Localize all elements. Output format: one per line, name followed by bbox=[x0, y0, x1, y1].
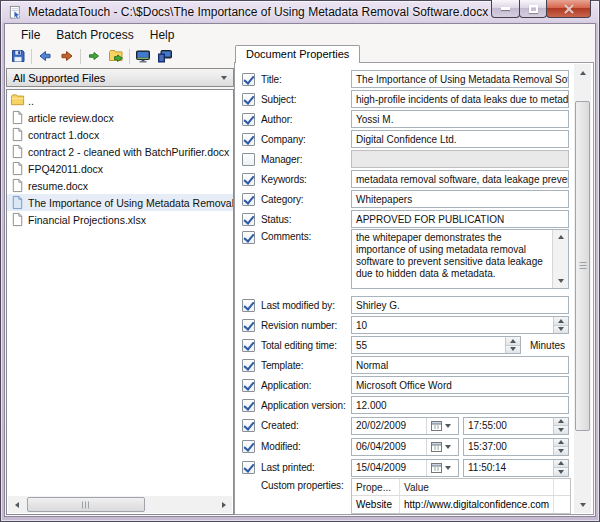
spinner[interactable] bbox=[553, 460, 568, 476]
created-date-picker[interactable]: 20/02/2009 bbox=[351, 417, 459, 435]
company-input[interactable]: Digital Confidence Ltd. bbox=[351, 130, 569, 148]
file-name: resume.docx bbox=[28, 180, 88, 192]
author-input[interactable]: Yossi M. bbox=[351, 110, 569, 128]
property-column-header[interactable]: Prope... bbox=[352, 479, 400, 495]
minimize-button[interactable] bbox=[491, 0, 520, 18]
keywords-checkbox[interactable] bbox=[242, 173, 255, 186]
template-checkbox[interactable] bbox=[242, 359, 255, 372]
modified-checkbox[interactable] bbox=[242, 440, 255, 453]
spinner[interactable] bbox=[505, 337, 520, 353]
status-checkbox[interactable] bbox=[242, 213, 255, 226]
scroll-down-icon[interactable] bbox=[553, 274, 568, 288]
last-modified-by-input[interactable]: Shirley G. bbox=[351, 296, 569, 314]
scroll-down-button[interactable] bbox=[574, 496, 591, 513]
last-printed-date-picker[interactable]: 15/04/2009 bbox=[351, 459, 459, 477]
subject-input[interactable]: high-profile incidents of data leaks due… bbox=[351, 90, 569, 108]
spin-down-icon bbox=[554, 425, 568, 434]
list-item[interactable]: .. bbox=[7, 92, 233, 109]
scroll-up-icon[interactable] bbox=[553, 230, 568, 244]
file-browser-panel: All Supported Files .. article review.do… bbox=[6, 68, 234, 515]
process-file-button[interactable] bbox=[83, 46, 105, 66]
list-item[interactable]: article review.docx bbox=[7, 109, 233, 126]
title-bar[interactable]: MetadataTouch - C:\$Docs\The Importance … bbox=[4, 1, 596, 23]
application-input[interactable]: Microsoft Office Word bbox=[351, 376, 569, 394]
application-checkbox[interactable] bbox=[242, 379, 255, 392]
scroll-up-button[interactable] bbox=[574, 64, 591, 81]
file-list[interactable]: .. article review.docx contract 1.docx bbox=[6, 89, 234, 515]
scroll-left-button[interactable] bbox=[8, 496, 25, 513]
spinner[interactable] bbox=[553, 418, 568, 434]
scrollbar-thumb[interactable] bbox=[27, 497, 145, 512]
modified-time-stepper[interactable]: 15:37:00 bbox=[463, 438, 569, 456]
category-input[interactable]: Whitepapers bbox=[351, 190, 569, 208]
file-name: contract 1.docx bbox=[28, 129, 99, 141]
last-printed-checkbox[interactable] bbox=[242, 461, 255, 474]
category-checkbox[interactable] bbox=[242, 193, 255, 206]
company-checkbox[interactable] bbox=[242, 133, 255, 146]
total-editing-time-stepper[interactable]: 55 bbox=[351, 336, 521, 354]
comments-scrollbar[interactable] bbox=[552, 230, 568, 288]
comments-textarea[interactable]: the whitepaper demonstrates the importan… bbox=[351, 229, 569, 289]
document-icon bbox=[10, 144, 25, 159]
calendar-dropdown-button[interactable] bbox=[426, 439, 454, 455]
window-title: MetadataTouch - C:\$Docs\The Importance … bbox=[28, 5, 488, 19]
created-date-value: 20/02/2009 bbox=[356, 420, 406, 431]
batch-process-folder-button[interactable] bbox=[105, 46, 127, 66]
created-time-stepper[interactable]: 17:55:00 bbox=[463, 417, 569, 435]
list-item[interactable]: contract 2 - cleaned with BatchPurifier.… bbox=[7, 143, 233, 160]
scrollbar-thumb[interactable] bbox=[575, 101, 590, 431]
save-button[interactable] bbox=[7, 46, 29, 66]
close-button[interactable] bbox=[546, 0, 591, 18]
revision-number-checkbox[interactable] bbox=[242, 319, 255, 332]
spinner[interactable] bbox=[553, 439, 568, 455]
last-printed-time-stepper[interactable]: 11:50:14 bbox=[463, 459, 569, 477]
template-input[interactable]: Normal bbox=[351, 356, 569, 374]
subject-checkbox[interactable] bbox=[242, 93, 255, 106]
comments-checkbox[interactable] bbox=[242, 231, 255, 244]
field-row-subject: Subject: high-profile incidents of data … bbox=[235, 89, 569, 109]
list-item-selected[interactable]: The Importance of Using Metadata Removal… bbox=[7, 194, 233, 211]
menu-batch-process[interactable]: Batch Process bbox=[48, 25, 141, 45]
modified-label: Modified: bbox=[261, 441, 351, 452]
calendar-dropdown-button[interactable] bbox=[426, 460, 454, 476]
list-item[interactable]: FPQ42011.docx bbox=[7, 160, 233, 177]
document-icon bbox=[10, 161, 25, 176]
status-input[interactable]: APPROVED FOR PUBLICATION bbox=[351, 210, 569, 228]
list-item[interactable]: Financial Projections.xlsx bbox=[7, 211, 233, 228]
revision-number-stepper[interactable]: 10 bbox=[351, 316, 569, 334]
title-checkbox[interactable] bbox=[242, 73, 255, 86]
total-editing-time-checkbox[interactable] bbox=[242, 339, 255, 352]
previous-file-button[interactable] bbox=[34, 46, 56, 66]
toolbar-separator bbox=[129, 49, 130, 64]
view-computer-button[interactable] bbox=[154, 46, 176, 66]
title-input[interactable]: The Importance of Using Metadata Removal… bbox=[351, 70, 569, 88]
list-item[interactable]: contract 1.docx bbox=[7, 126, 233, 143]
field-row-status: Status: APPROVED FOR PUBLICATION bbox=[235, 209, 569, 229]
modified-date-picker[interactable]: 06/04/2009 bbox=[351, 438, 459, 456]
manager-checkbox[interactable] bbox=[242, 153, 255, 166]
view-screen-button[interactable] bbox=[132, 46, 154, 66]
file-filter-dropdown[interactable]: All Supported Files bbox=[6, 68, 234, 87]
menu-file[interactable]: File bbox=[13, 25, 48, 45]
value-column-header[interactable]: Value bbox=[400, 479, 554, 495]
maximize-button[interactable] bbox=[519, 0, 547, 18]
keywords-input[interactable]: metadata removal software, data leakage … bbox=[351, 170, 569, 188]
calendar-dropdown-button[interactable] bbox=[426, 418, 454, 434]
scrollbar-track[interactable] bbox=[25, 496, 215, 513]
next-file-button[interactable] bbox=[56, 46, 78, 66]
menu-help[interactable]: Help bbox=[142, 25, 183, 45]
calendar-icon bbox=[431, 441, 442, 452]
application-version-input[interactable]: 12.000 bbox=[351, 396, 569, 414]
horizontal-scrollbar[interactable] bbox=[8, 496, 232, 513]
spinner[interactable] bbox=[553, 317, 568, 333]
created-checkbox[interactable] bbox=[242, 419, 255, 432]
author-checkbox[interactable] bbox=[242, 113, 255, 126]
field-row-created: Created: 20/02/2009 bbox=[235, 415, 569, 436]
tab-document-properties[interactable]: Document Properties bbox=[235, 45, 360, 63]
last-modified-by-checkbox[interactable] bbox=[242, 299, 255, 312]
scroll-right-button[interactable] bbox=[215, 496, 232, 513]
vertical-scrollbar[interactable] bbox=[574, 64, 591, 513]
table-row[interactable]: Website http://www.digitalconfidence.com bbox=[352, 496, 570, 513]
list-item[interactable]: resume.docx bbox=[7, 177, 233, 194]
application-version-checkbox[interactable] bbox=[242, 399, 255, 412]
